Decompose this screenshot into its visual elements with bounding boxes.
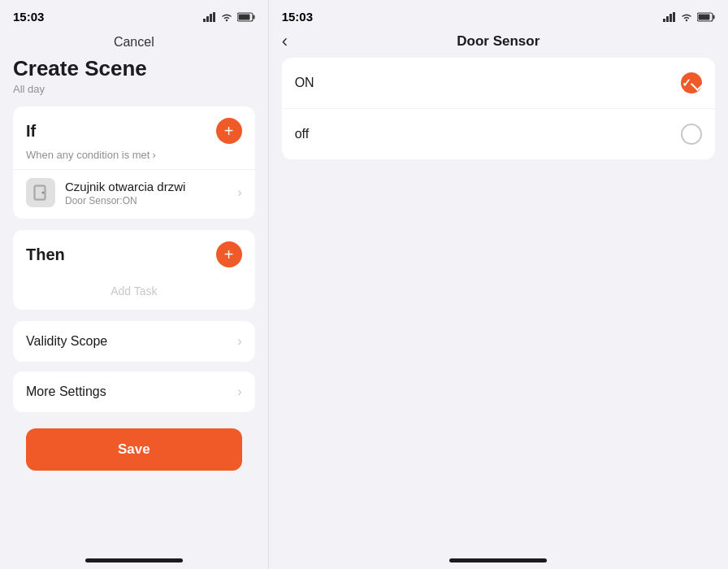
right-home-indicator	[449, 558, 547, 562]
right-battery-icon	[697, 12, 715, 22]
device-icon	[26, 178, 55, 207]
option-row-on[interactable]: ON ✓	[282, 58, 715, 108]
all-day-label: All day	[13, 83, 255, 95]
svg-point-4	[225, 19, 227, 20]
svg-rect-11	[663, 19, 665, 22]
svg-rect-6	[253, 15, 254, 19]
add-task-row[interactable]: Add Task	[13, 272, 255, 310]
left-content: Create Scene All day If + When any condi…	[0, 56, 268, 554]
nav-title: Door Sensor	[457, 33, 540, 50]
left-panel: 15:03 Cancel C	[0, 0, 268, 569]
then-card-header: Then +	[13, 230, 255, 272]
validity-scope-label: Validity Scope	[26, 334, 107, 349]
device-status: Door Sensor:ON	[65, 195, 237, 206]
condition-subtitle: When any condition is met ›	[13, 149, 255, 169]
if-label: If	[26, 122, 36, 141]
validity-scope-chevron-icon: ›	[237, 334, 241, 349]
more-settings-row[interactable]: More Settings ›	[13, 371, 255, 412]
more-settings-label: More Settings	[26, 384, 106, 399]
svg-rect-1	[206, 16, 209, 22]
right-status-bar: 15:03	[269, 0, 728, 28]
then-card: Then + Add Task	[13, 230, 255, 310]
right-panel: 15:03 ‹ Door Sensor	[269, 0, 728, 569]
svg-rect-17	[713, 15, 715, 19]
right-wifi-icon	[680, 12, 693, 22]
add-task-label: Add Task	[110, 284, 157, 298]
radio-on-checked: ✓	[681, 72, 702, 93]
page-title: Create Scene	[13, 56, 255, 81]
left-status-bar: 15:03	[0, 0, 268, 28]
wifi-icon	[220, 12, 233, 22]
signal-icon	[203, 12, 216, 22]
svg-rect-18	[699, 14, 710, 20]
back-button[interactable]: ‹	[282, 31, 288, 52]
svg-point-15	[686, 19, 687, 20]
then-add-button[interactable]: +	[216, 241, 242, 267]
right-content: ON ✓ off	[269, 58, 728, 558]
device-info: Czujnik otwarcia drzwi Door Sensor:ON	[65, 180, 237, 206]
door-sensor-icon	[32, 184, 50, 202]
battery-icon	[237, 12, 255, 22]
svg-rect-7	[238, 14, 249, 20]
option-off-label: off	[295, 127, 310, 141]
right-signal-icon	[663, 12, 676, 22]
cancel-button[interactable]: Cancel	[0, 28, 268, 56]
svg-rect-13	[670, 14, 672, 22]
option-on-label: ON	[295, 76, 314, 90]
right-nav-bar: ‹ Door Sensor	[269, 28, 728, 58]
svg-rect-14	[673, 12, 675, 22]
left-status-icons	[203, 12, 255, 22]
if-card-header: If +	[13, 106, 255, 149]
svg-rect-0	[203, 19, 206, 22]
radio-off-unchecked	[681, 124, 702, 145]
right-status-icons	[663, 12, 715, 22]
if-card: If + When any condition is met › Czujnik…	[13, 106, 255, 219]
device-chevron-icon: ›	[237, 185, 241, 200]
svg-rect-2	[210, 14, 212, 22]
left-time: 15:03	[13, 10, 44, 24]
svg-point-10	[42, 192, 45, 194]
more-settings-chevron-icon: ›	[237, 384, 241, 399]
validity-scope-row[interactable]: Validity Scope ›	[13, 321, 255, 362]
device-row[interactable]: Czujnik otwarcia drzwi Door Sensor:ON ›	[13, 169, 255, 219]
svg-rect-3	[213, 12, 215, 22]
home-indicator	[85, 558, 183, 562]
option-card: ON ✓ off	[282, 58, 715, 159]
right-time: 15:03	[282, 10, 313, 24]
svg-rect-12	[666, 16, 669, 22]
then-label: Then	[26, 245, 65, 264]
option-row-off[interactable]: off	[282, 108, 715, 159]
save-button[interactable]: Save	[26, 428, 242, 471]
device-name: Czujnik otwarcia drzwi	[65, 180, 237, 193]
if-add-button[interactable]: +	[216, 118, 242, 144]
